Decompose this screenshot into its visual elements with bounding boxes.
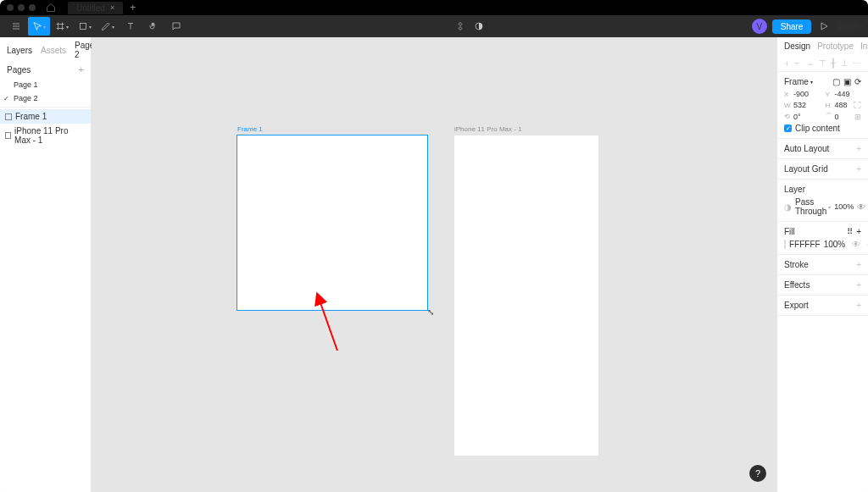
traffic-max-icon[interactable] (29, 4, 36, 11)
resize-handle-icon[interactable]: ⤡ (427, 307, 434, 317)
align-hcenter-icon[interactable]: ⫟ (793, 58, 801, 68)
fill-opacity-field[interactable]: 100% (824, 240, 846, 249)
radius-detail-icon[interactable]: ⊞ (854, 113, 861, 121)
prototype-tab[interactable]: Prototype (817, 41, 854, 51)
pages-header: Pages (7, 65, 31, 75)
layer-name: Frame 1 (15, 112, 47, 121)
align-more-icon[interactable]: ⋯ (853, 58, 861, 68)
visibility-icon[interactable]: 👁 (852, 240, 860, 249)
layout-grid-section[interactable]: Layout Grid+ (777, 159, 868, 180)
inspect-tab[interactable]: Inspect (860, 41, 868, 51)
text-tool[interactable] (120, 17, 142, 36)
close-tab-icon[interactable]: × (110, 3, 114, 12)
fill-swatch[interactable] (784, 240, 786, 249)
frame-label[interactable]: iPhone 11 Pro Max - 1 (454, 125, 522, 133)
plus-icon[interactable]: + (856, 280, 861, 290)
avatar-initial: V (756, 22, 762, 31)
traffic-close-icon[interactable] (7, 4, 14, 11)
align-controls: ⫞ ⫟ ⫠ ⊤ ╂ ⊥ ⋯ (777, 55, 868, 72)
layer-row[interactable]: Frame 1 (0, 109, 91, 124)
zoom-value: 100% (837, 22, 859, 31)
left-panel: Layers Assets Page 2▾ Pages + Page 1 Pag… (0, 37, 92, 492)
align-vcenter-icon[interactable]: ╂ (831, 58, 836, 68)
align-top-icon[interactable]: ⊤ (819, 58, 826, 68)
frame-section: Frame▾ ▢ ▣ ⟳ X-900 Y-449 W532 H488⛶ ⟲0 (777, 72, 868, 139)
page-item[interactable]: Page 2 (0, 91, 91, 105)
user-avatar[interactable]: V (752, 19, 767, 34)
visibility-icon[interactable]: 👁 (857, 202, 865, 212)
layer-section: Layer ◑ Pass Through▾ 100% 👁 (777, 180, 868, 222)
style-icon[interactable]: ⠿ (847, 227, 853, 236)
right-panel: Design Prototype Inspect ⫞ ⫟ ⫠ ⊤ ╂ ⊥ ⋯ F… (776, 37, 868, 492)
mask-icon[interactable] (474, 21, 484, 31)
constrain-icon[interactable]: ⛶ (854, 101, 861, 109)
frame-section-title[interactable]: Frame (784, 77, 809, 86)
file-tab-title: Untitled (76, 3, 105, 13)
fill-hex-field[interactable]: FFFFFF (789, 240, 821, 249)
help-button[interactable]: ? (749, 465, 766, 482)
frame-1[interactable]: Frame 1 ⤡ (237, 135, 427, 310)
auto-layout-section[interactable]: Auto Layout+ (777, 139, 868, 159)
home-icon[interactable] (46, 3, 56, 13)
w-field[interactable]: W532 (784, 101, 821, 109)
move-tool[interactable]: ▾ (28, 17, 50, 36)
resize-fit-icon[interactable]: ▢ (832, 77, 840, 86)
frame-tool[interactable]: ▾ (51, 17, 73, 36)
fill-section-title: Fill (784, 227, 795, 236)
menu-button[interactable] (5, 17, 27, 36)
effects-section[interactable]: Effects+ (777, 275, 868, 296)
align-bottom-icon[interactable]: ⊥ (841, 58, 849, 68)
comment-tool[interactable] (165, 17, 187, 36)
canvas[interactable]: Frame 1 ⤡ iPhone 11 Pro Max - 1 ? (92, 37, 776, 492)
add-tab-button[interactable]: + (130, 2, 136, 14)
zoom-control[interactable]: 100%▾ (837, 22, 863, 31)
svg-rect-0 (81, 24, 86, 30)
frame-icon (5, 132, 11, 139)
shape-tool[interactable]: ▾ (74, 17, 96, 36)
frame-icon (5, 113, 12, 120)
plus-icon[interactable]: + (856, 164, 861, 174)
stroke-section[interactable]: Stroke+ (777, 255, 868, 275)
window-controls[interactable] (7, 4, 36, 11)
plus-icon[interactable]: + (856, 301, 861, 310)
fill-section: Fill ⠿+ FFFFFF 100% 👁 − (777, 222, 868, 255)
plus-icon[interactable]: + (856, 144, 861, 153)
align-left-icon[interactable]: ⫞ (784, 58, 788, 68)
file-tab[interactable]: Untitled × (68, 2, 123, 14)
layer-opacity-field[interactable]: 100% (834, 202, 854, 211)
hand-tool[interactable] (142, 17, 164, 36)
page-item[interactable]: Page 1 (0, 78, 91, 91)
present-button[interactable] (816, 21, 832, 31)
toolbar: ▾ ▾ ▾ ▾ V Share 100%▾ (0, 15, 868, 37)
titlebar: Untitled × + (0, 0, 868, 15)
x-field[interactable]: X-900 (784, 90, 821, 98)
blend-mode-select[interactable]: Pass Through▾ (795, 197, 831, 216)
export-section[interactable]: Export+ (777, 296, 868, 316)
pen-tool[interactable]: ▾ (97, 17, 119, 36)
layer-section-title: Layer (784, 185, 805, 194)
h-field[interactable]: H488⛶ (826, 101, 862, 109)
blend-icon[interactable]: ◑ (784, 202, 792, 212)
clip-content-checkbox[interactable]: ✓ Clip content (784, 124, 861, 133)
plus-icon[interactable]: + (856, 260, 861, 269)
component-icon[interactable] (455, 21, 465, 31)
layer-name: iPhone 11 Pro Max - 1 (14, 126, 86, 145)
radius-field[interactable]: ⌒0⊞ (826, 112, 862, 121)
plus-icon[interactable]: + (856, 227, 861, 236)
design-tab[interactable]: Design (784, 41, 810, 51)
orientation-icon[interactable]: ⟳ (854, 77, 861, 86)
share-button[interactable]: Share (772, 19, 812, 34)
checkbox-checked-icon: ✓ (784, 124, 792, 132)
frame-label[interactable]: Frame 1 (237, 125, 263, 133)
layer-row[interactable]: iPhone 11 Pro Max - 1 (0, 124, 91, 147)
assets-tab[interactable]: Assets (41, 46, 66, 55)
frame-iphone[interactable]: iPhone 11 Pro Max - 1 (454, 135, 598, 456)
rotation-field[interactable]: ⟲0° (784, 113, 821, 121)
resize-fill-icon[interactable]: ▣ (843, 77, 851, 86)
y-field[interactable]: Y-449 (826, 90, 862, 98)
layers-tab[interactable]: Layers (7, 46, 32, 55)
add-page-button[interactable]: + (79, 64, 84, 75)
align-right-icon[interactable]: ⫠ (806, 58, 815, 68)
traffic-min-icon[interactable] (18, 4, 25, 11)
